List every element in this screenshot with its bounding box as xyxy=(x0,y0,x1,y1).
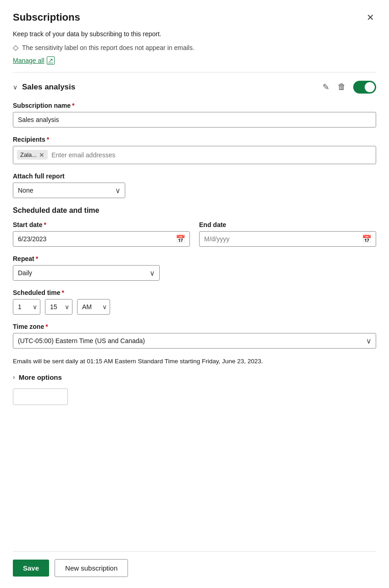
minute-select-wrapper: 00153045 ∨ xyxy=(45,299,72,315)
sensitivity-text: The sensitivity label on this report doe… xyxy=(22,44,194,51)
bottom-placeholder-element xyxy=(13,388,68,405)
end-date-label: End date xyxy=(199,221,376,228)
recipient-tag: Zala... ✕ xyxy=(17,150,48,160)
ampm-select[interactable]: AMPM xyxy=(77,299,110,315)
recipients-input[interactable] xyxy=(51,151,372,159)
recipients-group: Recipients * Zala... ✕ xyxy=(13,136,376,164)
panel-title: Subscriptions xyxy=(13,11,80,23)
start-date-label: Start date * xyxy=(13,221,190,228)
trash-icon: 🗑 xyxy=(338,82,346,91)
start-date-input-wrapper: 📅 xyxy=(13,231,190,247)
panel-header: Subscriptions ✕ xyxy=(13,11,376,24)
manage-all-link[interactable]: Manage all ↗ xyxy=(13,56,376,65)
subscription-section: ∨ Sales analysis ✎ 🗑 xyxy=(13,81,376,551)
save-button[interactable]: Save xyxy=(13,560,49,577)
close-button[interactable]: ✕ xyxy=(365,11,376,24)
repeat-select-wrapper: Daily Weekly Monthly Hourly ∨ xyxy=(13,265,160,281)
start-date-input[interactable] xyxy=(13,231,190,247)
attach-report-group: Attach full report None PDF PowerPoint E… xyxy=(13,172,376,198)
recipients-label: Recipients * xyxy=(13,136,376,143)
manage-all-label: Manage all xyxy=(13,57,44,64)
delete-button[interactable]: 🗑 xyxy=(337,81,347,93)
more-options-chevron-icon: › xyxy=(13,373,15,381)
timezone-select[interactable]: (UTC-05:00) Eastern Time (US and Canada)… xyxy=(13,333,376,349)
close-icon: ✕ xyxy=(367,12,374,22)
collapse-button[interactable]: ∨ xyxy=(13,83,17,91)
timezone-select-wrapper: (UTC-05:00) Eastern Time (US and Canada)… xyxy=(13,333,376,349)
date-row: Start date * 📅 End date 📅 xyxy=(13,221,376,247)
more-options-label: More options xyxy=(19,373,62,381)
required-star: * xyxy=(72,102,74,109)
required-star-time: * xyxy=(61,289,64,296)
start-date-group: Start date * 📅 xyxy=(13,221,190,247)
hour-select[interactable]: 1234 5678 9101112 xyxy=(13,299,40,315)
attach-report-select[interactable]: None PDF PowerPoint Excel xyxy=(13,183,125,198)
recipient-name: Zala... xyxy=(20,151,37,158)
required-star-start-date: * xyxy=(44,221,46,228)
section-title: Sales analysis xyxy=(22,83,75,92)
pencil-icon: ✎ xyxy=(322,83,329,92)
remove-recipient-button[interactable]: ✕ xyxy=(39,152,44,158)
new-subscription-button[interactable]: New subscription xyxy=(55,559,128,577)
sensitivity-row: ◇ The sensitivity label on this report d… xyxy=(13,43,376,52)
end-date-input[interactable] xyxy=(199,231,376,247)
footer: Save New subscription xyxy=(13,551,376,577)
required-star-timezone: * xyxy=(45,323,48,330)
end-date-input-wrapper: 📅 xyxy=(199,231,376,247)
external-link-icon: ↗ xyxy=(47,56,55,65)
section-header-left: ∨ Sales analysis xyxy=(13,83,75,92)
subscriptions-panel: Subscriptions ✕ Keep track of your data … xyxy=(0,0,389,588)
save-label: Save xyxy=(23,564,39,572)
repeat-group: Repeat * Daily Weekly Monthly Hourly ∨ xyxy=(13,255,376,281)
repeat-select[interactable]: Daily Weekly Monthly Hourly xyxy=(13,265,160,281)
attach-select-wrapper: None PDF PowerPoint Excel ∨ xyxy=(13,183,125,198)
recipients-container[interactable]: Zala... ✕ xyxy=(13,146,376,164)
new-subscription-label: New subscription xyxy=(65,564,117,572)
panel-subtitle: Keep track of your data by subscribing t… xyxy=(13,30,376,38)
toggle-track xyxy=(353,81,376,94)
schedule-summary: Emails will be sent daily at 01:15 AM Ea… xyxy=(13,357,376,366)
attach-report-label: Attach full report xyxy=(13,172,376,180)
subscription-name-input[interactable] xyxy=(13,112,376,128)
chevron-down-icon: ∨ xyxy=(13,83,17,91)
tag-icon: ◇ xyxy=(13,43,18,52)
scheduled-time-group: Scheduled time * 1234 5678 9101112 ∨ 001… xyxy=(13,289,376,315)
subscription-name-group: Subscription name * xyxy=(13,102,376,128)
required-star-repeat: * xyxy=(36,255,38,262)
minute-select[interactable]: 00153045 xyxy=(45,299,72,315)
toggle-thumb xyxy=(365,82,375,92)
repeat-label: Repeat * xyxy=(13,255,376,262)
end-date-group: End date 📅 xyxy=(199,221,376,247)
subscription-name-label: Subscription name * xyxy=(13,102,376,109)
ampm-select-wrapper: AMPM ∨ xyxy=(77,299,110,315)
section-header: ∨ Sales analysis ✎ 🗑 xyxy=(13,81,376,94)
edit-button[interactable]: ✎ xyxy=(322,81,330,93)
scheduled-section-heading: Scheduled date and time xyxy=(13,206,376,215)
time-row: 1234 5678 9101112 ∨ 00153045 ∨ AMPM xyxy=(13,299,376,315)
timezone-group: Time zone * (UTC-05:00) Eastern Time (US… xyxy=(13,323,376,349)
hour-select-wrapper: 1234 5678 9101112 ∨ xyxy=(13,299,40,315)
section-actions: ✎ 🗑 xyxy=(322,81,376,94)
scheduled-time-label: Scheduled time * xyxy=(13,289,376,296)
active-toggle[interactable] xyxy=(353,81,376,94)
timezone-label: Time zone * xyxy=(13,323,376,330)
required-star-recipients: * xyxy=(47,136,49,143)
divider xyxy=(13,72,376,72)
more-options-row[interactable]: › More options xyxy=(13,373,376,381)
